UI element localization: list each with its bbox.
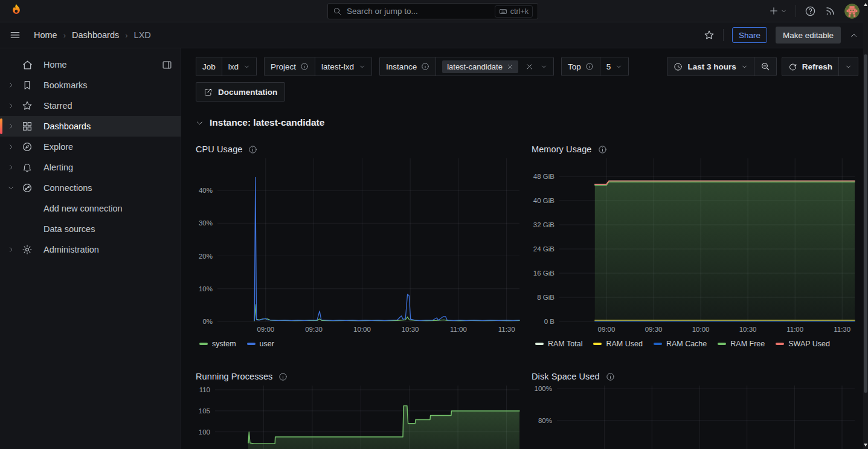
chevron-down-icon bbox=[243, 63, 250, 70]
grafana-logo[interactable] bbox=[8, 3, 24, 19]
panel-header[interactable]: Running Processes bbox=[196, 369, 523, 384]
chevron-right-icon[interactable] bbox=[7, 82, 22, 89]
disk-space-used-chart[interactable]: 60%80%100%09:0009:3010:0010:3011:0011:30 bbox=[532, 386, 858, 449]
legend-item-ram-total[interactable]: RAM Total bbox=[535, 340, 582, 348]
panel-info-icon[interactable] bbox=[248, 145, 257, 154]
svg-text:110: 110 bbox=[199, 386, 210, 393]
chevron-down-icon bbox=[196, 119, 204, 127]
make-editable-button[interactable]: Make editable bbox=[776, 27, 841, 44]
help-button[interactable] bbox=[805, 5, 816, 17]
sidebar-item-starred[interactable]: Starred bbox=[0, 95, 181, 116]
panel-disk-space-used: Disk Space Used 60%80%100%09:0009:3010:0… bbox=[532, 369, 858, 449]
panel-header[interactable]: Disk Space Used bbox=[532, 369, 858, 384]
info-icon[interactable] bbox=[300, 62, 309, 71]
svg-text:48 GiB: 48 GiB bbox=[533, 173, 555, 180]
instance-tag[interactable]: latest-candidate bbox=[442, 60, 518, 73]
breadcrumb-dashboards[interactable]: Dashboards bbox=[72, 30, 119, 40]
dock-menu-icon[interactable] bbox=[162, 60, 172, 70]
sidebar-item-administration[interactable]: Administration bbox=[0, 239, 181, 260]
favorite-dashboard-button[interactable] bbox=[704, 30, 715, 40]
chevron-down-icon[interactable] bbox=[7, 184, 22, 192]
sidebar-item-bookmarks[interactable]: Bookmarks bbox=[0, 75, 181, 95]
legend-item-ram-free[interactable]: RAM Free bbox=[718, 340, 765, 348]
breadcrumb-separator: › bbox=[63, 31, 66, 40]
instance-multiselect[interactable]: latest-candidate bbox=[436, 57, 553, 76]
keyboard-icon bbox=[499, 7, 507, 16]
sidebar-item-data-sources[interactable]: Data sources bbox=[0, 219, 181, 239]
dashboard-row-toggle[interactable]: Instance: latest-candidate bbox=[196, 117, 858, 128]
legend-item-system[interactable]: system bbox=[199, 340, 236, 348]
mega-menu: Home Bookmarks Starred bbox=[0, 48, 181, 449]
share-button[interactable]: Share bbox=[732, 27, 767, 43]
panel-title: Disk Space Used bbox=[532, 372, 600, 381]
legend-swatch bbox=[247, 343, 256, 345]
top-select[interactable]: 5 bbox=[600, 57, 629, 76]
svg-text:100%: 100% bbox=[535, 386, 552, 392]
panel-header[interactable]: Memory Usage bbox=[532, 141, 858, 157]
legend-swatch bbox=[535, 343, 544, 345]
svg-text:11:30: 11:30 bbox=[834, 326, 850, 333]
add-new-button[interactable] bbox=[769, 6, 787, 16]
time-range-button[interactable]: Last 3 hours bbox=[667, 57, 753, 76]
page-toolbar: Home › Dashboards › LXD Share Make edita… bbox=[0, 22, 868, 48]
scroll-down-arrow[interactable] bbox=[864, 444, 867, 447]
star-icon bbox=[704, 30, 715, 40]
svg-text:80%: 80% bbox=[538, 417, 552, 424]
help-icon bbox=[805, 5, 816, 17]
panel-info-icon[interactable] bbox=[598, 145, 607, 154]
legend-label: RAM Free bbox=[730, 340, 765, 348]
breadcrumb: Home › Dashboards › LXD bbox=[34, 30, 151, 40]
svg-text:10:00: 10:00 bbox=[353, 326, 371, 333]
svg-text:20%: 20% bbox=[199, 253, 213, 260]
chevron-right-icon[interactable] bbox=[7, 102, 22, 109]
cpu-usage-chart[interactable]: 0%10%20%30%40%09:0009:3010:0010:3011:001… bbox=[196, 158, 523, 336]
info-icon[interactable] bbox=[421, 62, 429, 71]
bookmark-icon bbox=[22, 80, 43, 91]
chevron-right-icon[interactable] bbox=[7, 143, 22, 150]
scrollbar-thumb[interactable] bbox=[864, 54, 867, 393]
news-button[interactable] bbox=[825, 5, 836, 17]
legend-item-ram-used[interactable]: RAM Used bbox=[593, 340, 642, 348]
sidebar-item-home[interactable]: Home bbox=[0, 54, 181, 75]
job-select[interactable]: lxd bbox=[222, 57, 256, 76]
svg-text:10%: 10% bbox=[199, 285, 213, 292]
svg-text:09:30: 09:30 bbox=[645, 326, 663, 333]
sidebar-item-connections[interactable]: Connections bbox=[0, 178, 181, 198]
panel-header[interactable]: CPU Usage bbox=[196, 141, 523, 157]
clear-selection-icon[interactable] bbox=[526, 63, 533, 71]
compass-icon bbox=[22, 141, 43, 152]
legend-item-user[interactable]: user bbox=[247, 340, 274, 348]
zoom-out-time-button[interactable] bbox=[754, 57, 776, 76]
sidebar-item-dashboards[interactable]: Dashboards bbox=[0, 116, 181, 137]
refresh-button[interactable]: Refresh bbox=[782, 57, 838, 76]
chevron-right-icon[interactable] bbox=[7, 164, 22, 171]
refresh-interval-dropdown[interactable] bbox=[838, 57, 858, 76]
legend-label: RAM Used bbox=[606, 340, 642, 348]
chevron-right-icon[interactable] bbox=[7, 123, 22, 130]
chevron-right-icon[interactable] bbox=[7, 246, 22, 253]
mega-menu-toggle[interactable] bbox=[10, 30, 21, 40]
chevron-down-icon bbox=[359, 63, 365, 70]
collapse-toolbar-button[interactable] bbox=[849, 31, 858, 40]
sidebar-item-explore[interactable]: Explore bbox=[0, 137, 181, 157]
global-search[interactable]: ctrl+k bbox=[327, 3, 538, 19]
memory-usage-chart[interactable]: 0 B8 GiB16 GiB24 GiB32 GiB40 GiB48 GiB09… bbox=[532, 158, 858, 336]
time-picker-group: Last 3 hours bbox=[667, 57, 776, 76]
scroll-up-arrow[interactable] bbox=[864, 3, 867, 6]
project-select[interactable]: latest-lxd bbox=[315, 57, 371, 76]
documentation-button[interactable]: Documentation bbox=[196, 82, 285, 102]
user-avatar[interactable] bbox=[844, 4, 860, 19]
panel-info-icon[interactable] bbox=[278, 372, 288, 381]
search-input[interactable] bbox=[347, 7, 495, 16]
panel-info-icon[interactable] bbox=[606, 372, 615, 381]
window-scrollbar[interactable] bbox=[863, 0, 868, 449]
remove-tag-icon[interactable] bbox=[507, 63, 513, 70]
legend-item-ram-cache[interactable]: RAM Cache bbox=[654, 340, 707, 348]
breadcrumb-home[interactable]: Home bbox=[34, 30, 57, 40]
legend-item-swap-used[interactable]: SWAP Used bbox=[776, 340, 830, 348]
running-processes-chart[interactable]: 10010511009:0009:3010:0010:3011:0011:30 bbox=[196, 386, 523, 449]
info-icon[interactable] bbox=[585, 62, 594, 71]
sidebar-item-add-new-connection[interactable]: Add new connection bbox=[0, 198, 181, 219]
sidebar-item-alerting[interactable]: Alerting bbox=[0, 157, 181, 178]
svg-text:32 GiB: 32 GiB bbox=[533, 221, 555, 228]
